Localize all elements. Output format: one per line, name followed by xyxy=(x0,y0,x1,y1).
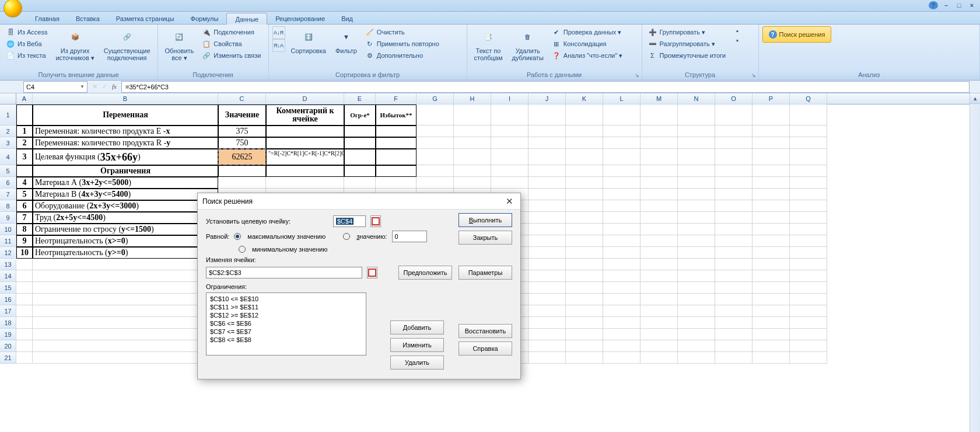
cell[interactable] xyxy=(752,137,790,149)
delete-button[interactable]: Удалить xyxy=(390,356,444,370)
cell[interactable]: Материал В (4x+3y<=5400) xyxy=(33,189,218,200)
cell[interactable] xyxy=(528,212,566,224)
cell[interactable] xyxy=(678,224,715,235)
edit-button[interactable]: Изменить xyxy=(390,338,444,352)
cell[interactable] xyxy=(603,317,640,329)
ref-picker-icon[interactable] xyxy=(367,267,377,278)
cell[interactable] xyxy=(376,149,416,165)
cell[interactable] xyxy=(715,137,752,149)
cell[interactable] xyxy=(640,270,678,282)
cell[interactable] xyxy=(454,126,491,137)
properties-button[interactable]: 📋Свойства xyxy=(200,38,263,50)
cell[interactable] xyxy=(790,340,827,352)
cell[interactable] xyxy=(640,104,678,126)
row-header[interactable]: 12 xyxy=(0,247,16,259)
cell[interactable] xyxy=(33,270,218,282)
row-header[interactable]: 16 xyxy=(0,294,16,305)
cell[interactable] xyxy=(790,212,827,224)
radio-max[interactable] xyxy=(234,233,241,240)
cell[interactable] xyxy=(344,177,376,189)
cell[interactable] xyxy=(678,317,715,329)
cell[interactable] xyxy=(678,235,715,247)
cell[interactable] xyxy=(603,177,640,189)
cell[interactable] xyxy=(640,165,678,177)
cell[interactable]: Неотрицательность (x>=0) xyxy=(33,235,218,247)
solver-button[interactable]: Поиск решения xyxy=(762,26,832,43)
cell[interactable] xyxy=(715,104,752,126)
cell[interactable] xyxy=(454,149,491,165)
confirm-icon[interactable]: ✓ xyxy=(102,83,107,90)
cell[interactable] xyxy=(752,259,790,270)
cell[interactable] xyxy=(528,247,566,259)
cell[interactable] xyxy=(566,305,603,317)
cell[interactable] xyxy=(790,329,827,340)
cell[interactable] xyxy=(640,235,678,247)
cell[interactable] xyxy=(528,137,566,149)
cell[interactable] xyxy=(715,352,752,364)
cell[interactable] xyxy=(715,259,752,270)
cell[interactable]: 10 xyxy=(16,247,33,259)
edit-links-button[interactable]: 🔗Изменить связи xyxy=(200,50,263,61)
cell[interactable] xyxy=(566,224,603,235)
cell[interactable] xyxy=(33,282,218,294)
cell[interactable] xyxy=(752,224,790,235)
cell[interactable] xyxy=(715,282,752,294)
col-header[interactable]: Q xyxy=(790,93,827,104)
ref-picker-icon[interactable] xyxy=(370,215,381,227)
cell[interactable]: "=R[-2]C*R[1]C+R[-1]C*R[2]C xyxy=(266,149,344,165)
cell[interactable] xyxy=(528,329,566,340)
cell[interactable] xyxy=(678,149,715,165)
sort-za-button[interactable]: Я↓А xyxy=(272,39,285,52)
cell[interactable] xyxy=(33,340,218,352)
cell[interactable] xyxy=(640,317,678,329)
cell[interactable] xyxy=(715,165,752,177)
from-other-button[interactable]: 📦Из других источников ▾ xyxy=(52,26,97,62)
cell[interactable] xyxy=(603,259,640,270)
cell[interactable] xyxy=(678,165,715,177)
cell[interactable] xyxy=(715,235,752,247)
cell[interactable] xyxy=(416,137,454,149)
cell[interactable] xyxy=(603,104,640,126)
cell[interactable] xyxy=(715,212,752,224)
cell[interactable] xyxy=(790,104,827,126)
col-header[interactable]: D xyxy=(266,93,344,104)
cell[interactable] xyxy=(566,235,603,247)
cell[interactable] xyxy=(566,270,603,282)
constraint-item[interactable]: $C$6 <= $E$6 xyxy=(210,319,362,328)
cell[interactable] xyxy=(528,259,566,270)
cell[interactable] xyxy=(752,104,790,126)
cell[interactable] xyxy=(640,340,678,352)
cell[interactable] xyxy=(640,247,678,259)
cell[interactable] xyxy=(640,137,678,149)
row-header[interactable]: 10 xyxy=(0,224,16,235)
row-header[interactable]: 15 xyxy=(0,282,16,294)
cell[interactable] xyxy=(566,294,603,305)
row-header[interactable]: 20 xyxy=(0,340,16,352)
cell[interactable] xyxy=(640,189,678,200)
cell[interactable] xyxy=(528,282,566,294)
cell[interactable] xyxy=(603,235,640,247)
cell[interactable] xyxy=(566,329,603,340)
cell[interactable] xyxy=(16,305,33,317)
dropdown-icon[interactable]: ▼ xyxy=(80,84,85,89)
cell[interactable] xyxy=(491,149,528,165)
cell[interactable] xyxy=(16,317,33,329)
constraint-item[interactable]: $C$8 <= $E$8 xyxy=(210,336,362,344)
cell[interactable] xyxy=(416,165,454,177)
cell[interactable] xyxy=(678,294,715,305)
from-web-button[interactable]: 🌐Из Веба xyxy=(4,38,50,50)
cell[interactable] xyxy=(715,340,752,352)
tab-формулы[interactable]: Формулы xyxy=(183,13,227,24)
guess-button[interactable]: Предположить xyxy=(398,266,452,280)
cell[interactable] xyxy=(790,126,827,137)
cell[interactable] xyxy=(266,165,344,177)
cell[interactable] xyxy=(454,177,491,189)
cell[interactable]: Труд (2x+5y<=4500) xyxy=(33,212,218,224)
cell[interactable]: 750 xyxy=(218,137,266,149)
cell[interactable] xyxy=(376,137,416,149)
row-header[interactable]: 17 xyxy=(0,305,16,317)
cell[interactable] xyxy=(640,126,678,137)
cell[interactable] xyxy=(266,177,344,189)
cell[interactable] xyxy=(715,247,752,259)
cell[interactable]: 2 xyxy=(16,137,33,149)
